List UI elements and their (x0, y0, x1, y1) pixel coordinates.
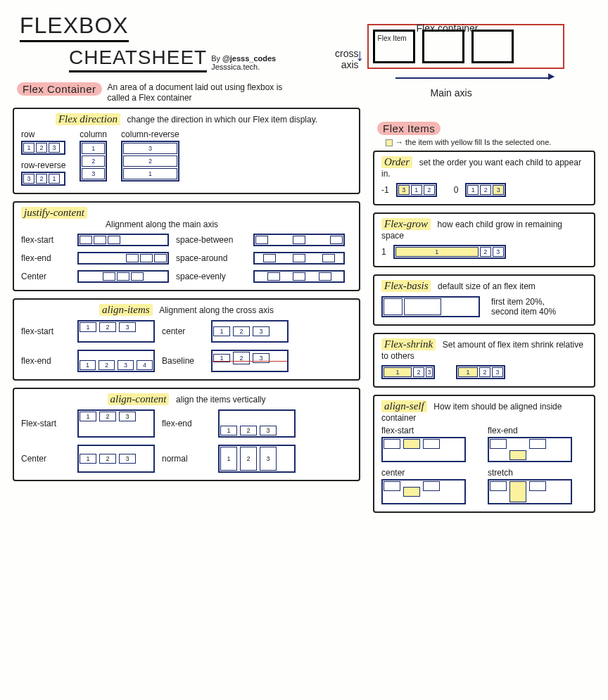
label-jc-flex-end: flex-end (21, 253, 77, 263)
prop-flex-shrink: Flex-shrink (381, 338, 436, 350)
label-ai-center: center (162, 326, 211, 336)
demo-flex-shrink-b: 123 (456, 365, 505, 379)
label-as-center: center (381, 468, 481, 478)
demo-jc-center (77, 270, 169, 283)
label-row: row (21, 129, 65, 139)
yellow-note: → the item with yellow fill Is the selec… (386, 138, 595, 146)
byline: By @jesss_codes Jesssica.tech. (211, 54, 276, 71)
label-column-reverse: column-reverse (121, 129, 179, 139)
demo-jc-space-evenly (253, 270, 345, 283)
demo-row: 123 (21, 141, 65, 155)
demo-jc-space-around (253, 252, 345, 265)
label-jc-space-between: space-between (176, 235, 253, 245)
label-column: column (80, 129, 107, 139)
demo-ai-center: 123 (211, 320, 289, 343)
diagram-main-axis-label: Main axis (431, 87, 472, 98)
demo-ai-flex-start: 123 (77, 320, 155, 343)
demo-as-flex-start (381, 437, 466, 462)
label-ai-flex-start: flex-start (21, 326, 77, 336)
diagram-flex-item (471, 30, 514, 63)
flex-container-desc: An area of a document laid out using fle… (108, 82, 291, 103)
flex-basis-line2: second item 40% (491, 307, 556, 317)
label-as-flex-start: flex-start (381, 426, 481, 435)
demo-flex-shrink-a: 123 (381, 365, 435, 379)
label-ac-center: Center (21, 454, 77, 464)
prop-flex-grow: Flex-grow (381, 218, 431, 230)
label-jc-flex-start: flex-start (21, 235, 77, 245)
demo-column-reverse: 321 (121, 141, 179, 182)
label-ai-flex-end: flex-end (21, 356, 77, 366)
prop-align-items: align-items (99, 304, 153, 316)
demo-as-stretch (488, 479, 572, 504)
card-justify-content: justify-content Alignment along the main… (13, 201, 360, 291)
label-order-neg1: -1 (381, 185, 389, 195)
prop-align-self: align-self (381, 400, 427, 412)
arrow-right-icon (395, 77, 550, 79)
label-ac-flex-end: flex-end (162, 419, 218, 428)
demo-ac-center: 123 (77, 445, 155, 473)
demo-flex-grow: 123 (393, 245, 506, 259)
demo-jc-space-between (253, 234, 345, 246)
card-align-items: align-items Alignment along the cross ax… (13, 298, 360, 381)
flex-container-heading: Flex Container An area of a document lai… (17, 82, 360, 103)
demo-flex-basis (381, 296, 480, 317)
justify-content-desc: Alignment along the main axis (106, 219, 218, 229)
card-flex-basis: Flex-basis default size of an flex item … (373, 274, 595, 326)
card-flex-shrink: Flex-shrink Set amount of flex item shri… (373, 333, 595, 388)
label-ai-baseline: Baseline (162, 356, 211, 366)
prop-order: Order (381, 156, 412, 168)
align-items-desc: Alignment along the cross axis (159, 305, 274, 315)
demo-ac-flex-end: 123 (218, 409, 296, 438)
label-flex-grow-1: 1 (381, 247, 386, 257)
demo-ac-normal: 123 (218, 445, 296, 473)
highlight-flex-items: Flex Items (377, 122, 441, 135)
prop-flex-direction: Flex direction (56, 113, 120, 125)
demo-as-flex-end (488, 437, 572, 462)
label-ac-flex-start: Flex-start (21, 419, 77, 428)
flex-items-heading: Flex Items (377, 122, 595, 135)
demo-order-zero: 123 (465, 183, 506, 197)
demo-jc-flex-end (77, 252, 169, 265)
card-align-content: align-content align the items vertically… (13, 388, 360, 481)
prop-align-content: align-content (108, 393, 170, 405)
diagram-flex-item (422, 30, 464, 63)
demo-ac-flex-start: 123 (77, 409, 155, 438)
demo-order-neg1: 312 (396, 183, 437, 197)
demo-column: 123 (80, 141, 107, 182)
demo-as-center (381, 479, 466, 504)
label-order-zero: 0 (454, 185, 459, 195)
card-align-self: align-self How item should be aligned in… (373, 395, 595, 513)
axis-diagram: Flex container cross axis ↓ Flex Item Ma… (332, 24, 595, 69)
highlight-flex-container: Flex Container (17, 82, 102, 96)
diagram-cross-axis-label: cross axis (325, 48, 359, 70)
label-jc-space-around: space-around (176, 253, 253, 263)
flex-basis-desc: default size of an flex item (438, 281, 536, 291)
prop-flex-basis: Flex-basis (381, 280, 431, 292)
page: FlexBox Cheatsheet By @jesss_codes Jesss… (13, 8, 595, 520)
demo-ai-baseline: 123 (211, 350, 289, 372)
card-flex-grow: Flex-grow how each child grow in remaini… (373, 212, 595, 267)
title-flexbox: FlexBox (20, 13, 129, 42)
diagram-container-label: Flex container (417, 23, 479, 34)
align-content-desc: align the items vertically (176, 395, 265, 405)
diagram-flex-item: Flex Item (373, 30, 415, 63)
demo-jc-flex-start (77, 234, 169, 246)
title-cheatsheet: Cheatsheet (69, 46, 207, 72)
flex-basis-line1: first item 20%, (491, 297, 556, 307)
card-order: Order set the order you want each child … (373, 151, 595, 205)
label-row-reverse: row-reverse (21, 160, 65, 170)
flex-direction-desc: change the direction in which our Flex i… (127, 115, 318, 125)
label-as-flex-end: flex-end (488, 426, 587, 435)
label-ac-normal: normal (162, 454, 218, 464)
demo-ai-flex-end: 1234 (77, 350, 155, 372)
card-flex-direction: Flex direction change the direction in w… (13, 108, 360, 194)
demo-row-reverse: 321 (21, 172, 65, 186)
label-jc-center: Center (21, 272, 77, 281)
label-jc-space-evenly: space-evenly (176, 272, 253, 281)
arrow-down-icon: ↓ (356, 45, 365, 65)
yellow-dot-icon (386, 139, 393, 146)
label-as-stretch: stretch (488, 468, 587, 478)
prop-justify-content: justify-content (21, 207, 87, 219)
